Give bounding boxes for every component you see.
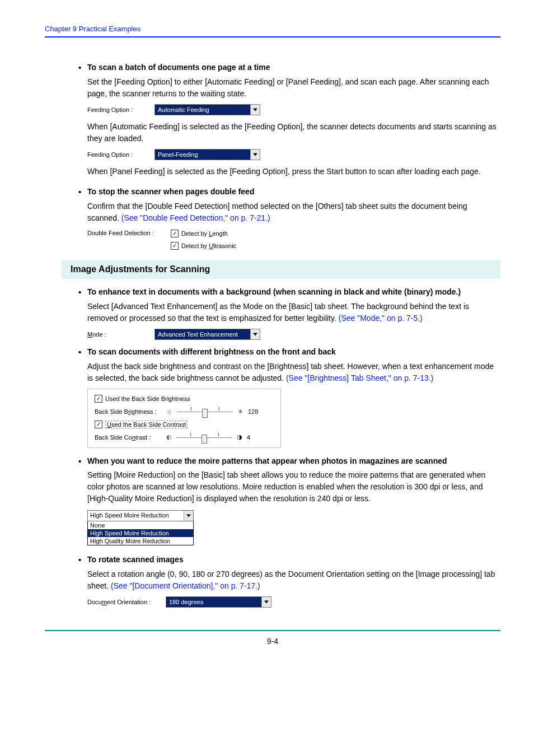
brightness-panel: Used the Back Side Brightness Back Side … — [87, 389, 281, 448]
body-text: Select [Advanced Text Enhancement] as th… — [87, 301, 500, 324]
value-brightness: 128 — [248, 408, 258, 415]
combo-text: High Speed Moire Reduction — [88, 511, 184, 521]
contrast-low-icon: ◐ — [166, 433, 172, 441]
body-text: Confirm that the [Double Feed Detection]… — [87, 200, 500, 224]
chevron-down-icon[interactable] — [250, 329, 260, 339]
body-text: When [Panel Feeding] is selected as the … — [87, 166, 500, 178]
page-header: Chapter 9 Practical Examples — [45, 25, 500, 33]
body-text: Adjust the back side brightness and cont… — [87, 361, 500, 384]
heading-enhance-text: To enhance text in documents with a back… — [78, 287, 500, 297]
combo-mode[interactable]: Advanced Text Enhancement — [154, 329, 260, 340]
heading-moire: When you want to reduce the moire patter… — [78, 456, 500, 466]
body-text: Setting [Moire Reduction] on the [Basic]… — [87, 469, 500, 505]
checkbox-backside-brightness[interactable] — [95, 395, 102, 403]
chevron-down-icon[interactable] — [250, 105, 260, 115]
value-contrast: 4 — [247, 434, 250, 441]
body-text: When [Automatic Feeding] is selected as … — [87, 121, 500, 144]
body-text: Set the [Feeding Option] to either [Auto… — [87, 76, 500, 100]
label-feeding-option: Feeding Option : — [87, 151, 154, 158]
checkbox-backside-contrast[interactable] — [95, 421, 102, 428]
combo-option-highspeed[interactable]: High Speed Moire Reduction — [88, 529, 193, 537]
combo-text: Automatic Feeding — [155, 105, 250, 115]
checkbox-label: Detect by Length — [181, 230, 228, 237]
checkbox-label: Used the Back Side Contrast — [105, 421, 188, 428]
combo-orientation[interactable]: 180 degrees — [166, 596, 271, 608]
combo-list: None High Speed Moire Reduction High Qua… — [87, 521, 194, 545]
combo-feeding-option-panel[interactable]: Panel-Feeding — [154, 149, 260, 160]
contrast-high-icon: ◑ — [237, 433, 242, 441]
combo-feeding-option-auto[interactable]: Automatic Feeding — [154, 104, 260, 115]
chevron-down-icon[interactable] — [261, 597, 271, 607]
heading-double-feed: To stop the scanner when pages double fe… — [78, 186, 500, 197]
slider-contrast[interactable] — [176, 433, 232, 442]
heading-front-back-brightness: To scan documents with different brightn… — [78, 347, 500, 357]
sun-low-icon: ☼ — [166, 408, 172, 416]
link-double-feed[interactable]: (See "Double Feed Detection," on p. 7-21… — [121, 213, 270, 222]
heading-batch-scan: To scan a batch of documents one page at… — [78, 62, 500, 73]
checkbox-label: Detect by Ultrasonic — [181, 242, 236, 249]
combo-text: Advanced Text Enhancement — [155, 329, 250, 339]
label-feeding-option: Feeding Option : — [87, 106, 154, 113]
label-mode: Mode : — [87, 331, 154, 338]
section-heading: Image Adjustments for Scanning — [62, 260, 500, 279]
label-double-feed: Double Feed Detection : — [87, 230, 154, 250]
label-back-brightness: Back Side Brightness : — [95, 408, 162, 415]
link-mode[interactable]: (See "Mode," on p. 7-5.) — [339, 314, 423, 323]
label-back-contrast: Back Side Contrast : — [95, 434, 162, 441]
body-text: Select a rotation angle (0, 90, 180 or 2… — [87, 568, 500, 592]
footer-rule — [45, 630, 500, 631]
combo-moire-reduction[interactable]: High Speed Moire Reduction None High Spe… — [87, 510, 194, 545]
chevron-down-icon[interactable] — [250, 150, 260, 160]
checkbox-detect-length[interactable] — [171, 230, 179, 237]
link-brightness-tab[interactable]: (See "[Brightness] Tab Sheet," on p. 7-1… — [286, 374, 433, 382]
combo-option-none[interactable]: None — [88, 521, 193, 529]
checkbox-detect-ultrasonic[interactable] — [171, 242, 179, 250]
combo-text: 180 degrees — [166, 597, 261, 607]
chevron-down-icon[interactable] — [184, 511, 193, 521]
label-orientation: Document Orientation : — [87, 599, 166, 605]
heading-rotate: To rotate scanned images — [78, 554, 500, 565]
header-rule — [45, 36, 500, 38]
combo-text: Panel-Feeding — [155, 150, 250, 160]
combo-option-highquality[interactable]: High Quality Moire Reduction — [88, 537, 193, 545]
sun-high-icon: ☀ — [237, 408, 243, 416]
slider-brightness[interactable] — [177, 407, 233, 416]
page-number: 9-4 — [45, 637, 500, 646]
link-document-orientation[interactable]: (See "[Document Orientation]," on p. 7-1… — [111, 581, 260, 590]
checkbox-label: Used the Back Side Brightness — [105, 395, 190, 402]
